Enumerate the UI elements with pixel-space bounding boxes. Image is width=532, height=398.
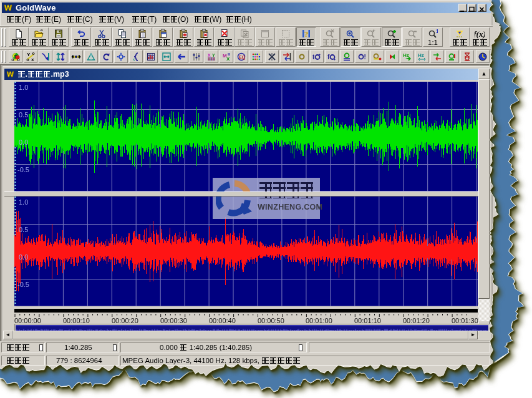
svg-text:?: ? (304, 29, 309, 39)
svg-text:1.0: 1.0 (19, 84, 28, 91)
svg-text:Y: Y (27, 52, 31, 57)
svg-text:EQ: EQ (239, 55, 246, 60)
svg-text:Y: Y (212, 53, 215, 57)
svg-text:X: X (226, 56, 230, 62)
svg-text:0.5: 0.5 (19, 226, 28, 233)
svg-text:!: ! (364, 54, 366, 61)
svg-text:f(x): f(x) (475, 29, 485, 39)
svg-text:f: f (327, 54, 330, 61)
svg-text:x: x (31, 57, 34, 62)
svg-text:1.0: 1.0 (19, 198, 28, 206)
svg-text:Hz: Hz (403, 52, 409, 58)
svg-text:-0.5: -0.5 (17, 281, 29, 288)
svg-text:0.0: 0.0 (19, 138, 28, 146)
svg-text:t: t (312, 54, 315, 61)
svg-text:0.0: 0.0 (19, 253, 28, 261)
svg-text:Hz: Hz (418, 52, 424, 58)
svg-text:1: 1 (436, 29, 438, 34)
svg-text:0.5: 0.5 (19, 111, 28, 119)
svg-text:-0.5: -0.5 (17, 166, 29, 173)
svg-text:X: X (208, 53, 211, 57)
